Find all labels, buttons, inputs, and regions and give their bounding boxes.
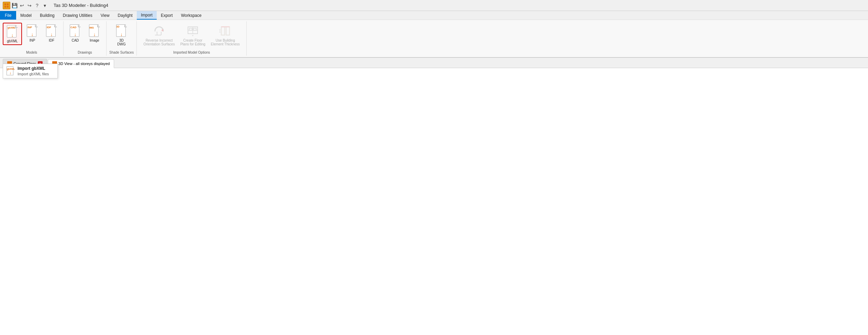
inp-label: INP xyxy=(30,39,35,42)
undo-button[interactable]: ↩ xyxy=(19,2,25,9)
gbxml-label: gbXML xyxy=(7,39,18,43)
svg-rect-1 xyxy=(7,3,9,5)
models-group-label: Models xyxy=(26,51,37,54)
tooltip-row: gbXML ↓ Import gbXML Import gbXML files xyxy=(7,66,54,76)
create-floor-plans-button[interactable]: Create Floor Plans for Editing xyxy=(178,23,208,47)
tooltip-popup: gbXML ↓ Import gbXML Import gbXML files xyxy=(3,64,58,78)
svg-rect-0 xyxy=(4,3,6,5)
quick-access-toolbar: 💾 ↩ ↪ ? ▾ xyxy=(3,2,48,9)
shade-group-label: Shade Surfaces xyxy=(109,51,134,54)
3ddwg-label: 3D DWG xyxy=(117,39,125,46)
help-button[interactable]: ? xyxy=(34,2,41,9)
ribbon-group-shade: 3D ↓ 3D DWG Shade Surfaces xyxy=(107,21,137,56)
reverse-label: Reverse Incorrect Orientation Surfaces xyxy=(144,39,175,46)
cad-label: CAD xyxy=(71,39,79,42)
menu-file[interactable]: File xyxy=(0,11,16,20)
tab-3d-view-label: 3D View - all storeys displayed xyxy=(58,62,110,66)
import-3ddwg-button[interactable]: 3D ↓ 3D DWG xyxy=(113,23,131,47)
import-gbxml-button[interactable]: gbXML ↓ gbXML xyxy=(3,23,22,45)
menu-import[interactable]: Import xyxy=(137,11,157,20)
svg-marker-4 xyxy=(161,29,163,32)
idf-icon: IDF ↓ xyxy=(45,24,58,38)
ribbon-group-models: gbXML ↓ gbXML INP ↓ INP xyxy=(0,21,64,56)
image-label: Image xyxy=(90,39,99,42)
svg-rect-2 xyxy=(4,6,6,8)
redo-button[interactable]: ↪ xyxy=(26,2,33,9)
cad-icon: CAD ↓ xyxy=(68,24,82,38)
tooltip-description: Import gbXML files xyxy=(18,72,49,76)
import-cad-button[interactable]: CAD ↓ CAD xyxy=(66,23,84,44)
gbxml-icon: gbXML ↓ xyxy=(5,25,19,39)
floor-plans-icon xyxy=(186,24,200,38)
menubar: File Model Building Drawing Utilities Vi… xyxy=(0,11,868,20)
menu-daylight[interactable]: Daylight xyxy=(114,11,137,20)
shade-buttons: 3D ↓ 3D DWG xyxy=(113,23,131,49)
svg-rect-10 xyxy=(193,28,196,30)
use-building-element-button[interactable]: Use Building Element Thickness xyxy=(209,23,242,47)
window-title: Tas 3D Modeller - Building4 xyxy=(54,3,108,8)
idf-label: IDF xyxy=(49,39,54,42)
main-content xyxy=(0,68,868,335)
tooltip-icon: gbXML ↓ xyxy=(7,66,15,76)
inp-icon: INP ↓ xyxy=(25,24,39,38)
app-icon xyxy=(3,2,10,9)
image-icon: IMG ↓ xyxy=(88,24,101,38)
svg-rect-9 xyxy=(189,28,192,30)
models-buttons: gbXML ↓ gbXML INP ↓ INP xyxy=(3,23,60,49)
imported-options-buttons: Reverse Incorrect Orientation Surfaces C… xyxy=(142,23,242,49)
import-idf-button[interactable]: IDF ↓ IDF xyxy=(43,23,60,44)
import-image-button[interactable]: IMG ↓ Image xyxy=(86,23,103,44)
menu-view[interactable]: View xyxy=(97,11,114,20)
menu-export[interactable]: Export xyxy=(157,11,177,20)
svg-rect-3 xyxy=(7,6,9,8)
save-button[interactable]: 💾 xyxy=(11,2,18,9)
titlebar: 💾 ↩ ↪ ? ▾ Tas 3D Modeller - Building4 xyxy=(0,0,868,11)
menu-workspace[interactable]: Workspace xyxy=(177,11,206,20)
menu-model[interactable]: Model xyxy=(16,11,36,20)
menu-drawing-utilities[interactable]: Drawing Utilities xyxy=(59,11,97,20)
drawings-buttons: CAD ↓ CAD IMG ↓ Image xyxy=(66,23,103,49)
reverse-orientation-button[interactable]: Reverse Incorrect Orientation Surfaces xyxy=(142,23,177,47)
import-inp-button[interactable]: INP ↓ INP xyxy=(23,23,41,44)
drawings-group-label: Drawings xyxy=(78,51,92,54)
svg-rect-13 xyxy=(221,27,225,35)
floor-plans-label: Create Floor Plans for Editing xyxy=(180,39,205,46)
ribbon-group-imported-options: Reverse Incorrect Orientation Surfaces C… xyxy=(137,21,247,56)
tooltip-text: Import gbXML Import gbXML files xyxy=(18,66,49,76)
menu-building[interactable]: Building xyxy=(36,11,59,20)
reverse-icon xyxy=(152,24,166,38)
customize-button[interactable]: ▾ xyxy=(41,2,48,9)
ribbon-group-drawings: CAD ↓ CAD IMG ↓ Image Dra xyxy=(64,21,107,56)
ribbon: gbXML ↓ gbXML INP ↓ INP xyxy=(0,20,868,58)
tabs-area: Ground Floor ✕ 3D View - all storeys dis… xyxy=(0,58,868,68)
building-element-icon xyxy=(219,24,232,38)
svg-rect-14 xyxy=(226,27,230,35)
imported-options-group-label: Imported Model Options xyxy=(173,51,210,54)
building-element-label: Use Building Element Thickness xyxy=(211,39,240,46)
3ddwg-icon: 3D ↓ xyxy=(115,24,129,38)
tooltip-title: Import gbXML xyxy=(18,66,49,71)
